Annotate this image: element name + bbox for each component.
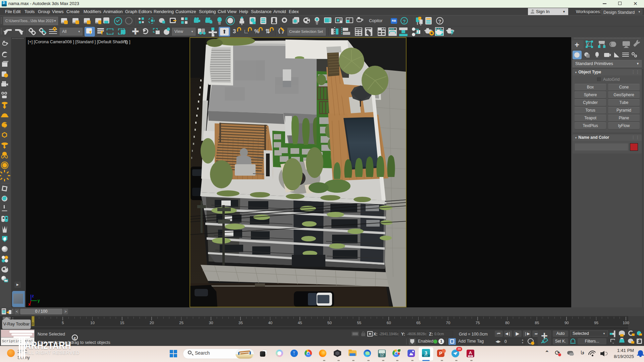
svg-text:[+] [Corona Camera008 ] [Stan: [+] [Corona Camera008 ] [Standard ] [Def… [28, 40, 130, 44]
svg-text:x: x [28, 302, 31, 307]
svg-text:y: y [38, 298, 40, 303]
svg-text:z: z [32, 294, 34, 298]
